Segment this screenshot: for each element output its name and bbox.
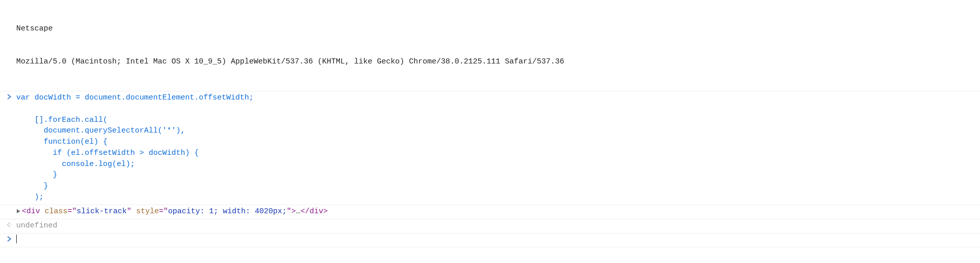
svg-point-0 xyxy=(11,224,12,225)
code-line: ); xyxy=(16,193,44,202)
console-input[interactable] xyxy=(16,235,980,246)
console-input-row: var docWidth = document.documentElement.… xyxy=(0,91,980,205)
dom-attr-value: slick-track xyxy=(77,207,127,216)
dom-tag-name: div xyxy=(26,207,40,216)
code-line: console.log(el); xyxy=(16,160,135,169)
gutter-spacer xyxy=(2,206,16,208)
text-cursor xyxy=(16,235,17,243)
console-result-row: undefined xyxy=(0,219,980,233)
input-prompt-icon xyxy=(2,92,16,100)
dom-tag-name: div xyxy=(309,207,323,216)
input-code: var docWidth = document.documentElement.… xyxy=(16,92,980,203)
code-line: document.querySelectorAll('*'), xyxy=(16,126,185,135)
code-line: function(el) { xyxy=(16,138,108,146)
console-prompt-row[interactable] xyxy=(0,233,980,247)
input-prompt-icon xyxy=(2,235,16,242)
result-prompt-icon xyxy=(2,220,16,227)
code-line: } xyxy=(16,171,57,179)
output-useragent: Mozilla/5.0 (Macintosh; Intel Mac OS X 1… xyxy=(16,56,980,68)
dom-attr-name: style xyxy=(136,207,159,216)
code-line: [].forEach.call( xyxy=(16,116,108,124)
code-line: var docWidth = document.documentElement.… xyxy=(16,93,254,102)
disclosure-triangle-icon[interactable] xyxy=(16,207,21,218)
console-log-row[interactable]: <div class="slick-track" style="opacity:… xyxy=(0,205,980,219)
output-netscape: Netscape xyxy=(16,23,980,35)
logged-element[interactable]: <div class="slick-track" style="opacity:… xyxy=(16,206,980,218)
code-line: if (el.offsetWidth > docWidth) { xyxy=(16,149,199,157)
dom-attr-value: opacity: 1; width: 4020px; xyxy=(168,207,287,216)
dom-attr-name: class xyxy=(45,207,67,216)
code-line: } xyxy=(16,182,48,190)
result-undefined: undefined xyxy=(16,220,980,232)
gutter-spacer xyxy=(2,1,16,3)
dom-tag-open-bracket: < xyxy=(22,207,26,216)
console-output-row: Netscape Mozilla/5.0 (Macintosh; Intel M… xyxy=(0,0,980,91)
dom-ellipsis: … xyxy=(296,207,300,216)
